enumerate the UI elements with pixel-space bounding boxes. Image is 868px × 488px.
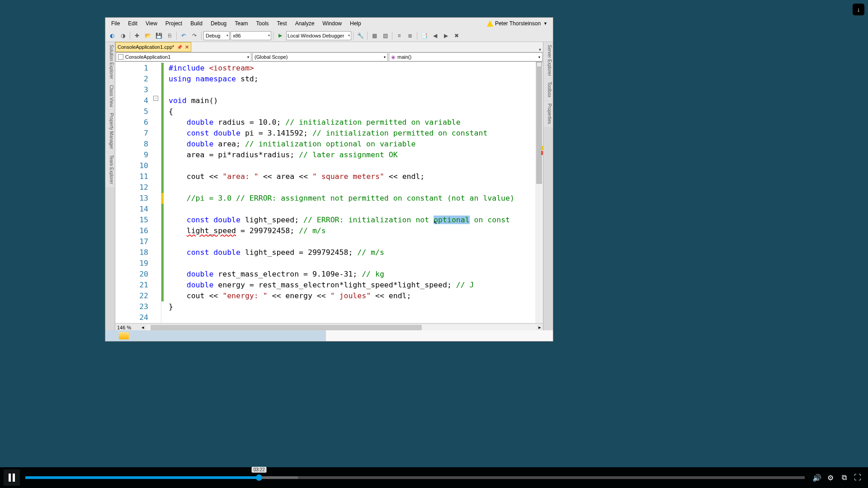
fullscreen-button[interactable] [852, 472, 863, 483]
download-badge[interactable]: ↓ [853, 4, 864, 15]
bookmark-clear[interactable]: ✖ [452, 31, 462, 41]
taskbar-right [326, 330, 553, 341]
save-all-button[interactable]: ⎘ [165, 31, 175, 41]
menu-item-edit[interactable]: Edit [124, 19, 142, 28]
hscroll-right[interactable]: ▸ [538, 324, 541, 330]
config-combo[interactable]: Debug [203, 31, 230, 40]
project-icon [118, 54, 123, 60]
platform-combo[interactable]: x86 [231, 31, 271, 40]
play-progress [25, 476, 259, 479]
volume-button[interactable] [811, 472, 823, 483]
tool-btn-2[interactable]: ▦ [369, 31, 379, 41]
file-tab[interactable]: ConsoleApplication1.cpp* 📌 ✕ [115, 42, 191, 52]
folder-icon[interactable] [119, 332, 129, 339]
hscroll-left[interactable]: ◂ [142, 324, 144, 330]
debugger-combo[interactable]: Local Windows Debugger [286, 31, 351, 40]
back-button[interactable]: ◐ [107, 31, 117, 41]
os-taskbar [105, 330, 553, 341]
menu-item-analyze[interactable]: Analyze [291, 19, 319, 28]
bookmark-prev[interactable]: ◀ [430, 31, 440, 41]
video-player-bar: 03:22 [0, 467, 868, 488]
method-icon: ◉ [391, 54, 396, 60]
menu-item-tools[interactable]: Tools [252, 19, 273, 28]
rail-class-view[interactable]: Class View [105, 82, 115, 110]
error-squiggle: light_speed [187, 226, 236, 235]
code-content[interactable]: #include <iostream> using namespace std;… [161, 62, 535, 323]
scroll-thumb[interactable] [536, 66, 542, 184]
menu-item-help[interactable]: Help [346, 19, 365, 28]
user-name: Peter Thorsteinson [495, 20, 541, 27]
rail-solution-explorer[interactable]: Solution Explorer [105, 42, 115, 82]
scope-combo[interactable]: (Global Scope) [252, 52, 388, 61]
seek-bar[interactable]: 03:22 [25, 476, 805, 479]
menu-item-team[interactable]: Team [231, 19, 252, 28]
forward-button[interactable]: ◑ [118, 31, 128, 41]
play-icon: ▶ [275, 31, 285, 41]
horizontal-scrollbar[interactable] [146, 324, 537, 331]
taskbar-left[interactable] [105, 330, 326, 341]
indent-button[interactable]: ≣ [405, 31, 415, 41]
open-button[interactable]: 📂 [143, 31, 153, 41]
mouse-cursor: ↖ [434, 216, 437, 227]
rail-properties[interactable]: Properties [543, 101, 553, 127]
menu-item-debug[interactable]: Debug [207, 19, 231, 28]
chevron-down-icon: ▼ [543, 21, 547, 26]
context-bar: ConsoleApplication1 (Global Scope) ◉main… [115, 52, 543, 62]
close-icon[interactable]: ✕ [185, 44, 189, 50]
user-badge[interactable]: Peter Thorsteinson ▼ [487, 20, 551, 27]
rail-property-manager[interactable]: Property Manager [105, 110, 115, 152]
rail-team-explorer[interactable]: Team Explorer [105, 152, 115, 187]
tool-btn-1[interactable]: 🔧 [355, 31, 365, 41]
new-button[interactable]: ✚ [132, 31, 142, 41]
zoom-level[interactable]: 146 % [117, 325, 142, 330]
hscroll-thumb[interactable] [151, 325, 422, 330]
bookmark-next[interactable]: ▶ [441, 31, 451, 41]
rail-toolbox[interactable]: Toolbox [543, 79, 553, 100]
menu-item-view[interactable]: View [142, 19, 161, 28]
undo-button[interactable]: ↶ [179, 31, 189, 41]
file-tab-row: ConsoleApplication1.cpp* 📌 ✕ ▾ [115, 42, 543, 52]
menu-item-test[interactable]: Test [273, 19, 291, 28]
outdent-button[interactable]: ≡ [394, 31, 404, 41]
right-rail: Server Explorer Toolbox Properties [543, 42, 553, 331]
pause-button[interactable] [4, 469, 20, 486]
member-combo[interactable]: ◉main() [389, 52, 542, 61]
code-editor[interactable]: 123456789101112131415161718192021222324 … [115, 62, 543, 323]
toolbar: ◐ ◑ ✚ 📂 💾 ⎘ ↶ ↷ Debug x86 ▶ Local Window… [105, 29, 553, 42]
save-button[interactable]: 💾 [154, 31, 164, 41]
menu-item-window[interactable]: Window [318, 19, 346, 28]
file-dropdown[interactable]: ▾ [539, 47, 541, 52]
vs-window: File Edit View Project Build Debug Team … [105, 17, 553, 342]
menu-bar: File Edit View Project Build Debug Team … [105, 18, 553, 29]
menu-item-build[interactable]: Build [186, 19, 207, 28]
project-combo[interactable]: ConsoleApplication1 [116, 52, 251, 61]
file-tab-label: ConsoleApplication1.cpp* [118, 44, 174, 50]
rail-server-explorer[interactable]: Server Explorer [543, 42, 553, 79]
tool-btn-3[interactable]: ▧ [380, 31, 390, 41]
left-rail: Solution Explorer Class View Property Ma… [105, 42, 115, 331]
menu-item-file[interactable]: File [107, 19, 124, 28]
line-gutter: 123456789101112131415161718192021222324 [115, 62, 161, 323]
warning-icon [487, 20, 493, 27]
settings-button[interactable] [825, 472, 836, 483]
pin-icon[interactable]: 📌 [177, 45, 182, 50]
code-map-marks [541, 145, 543, 155]
time-tooltip: 03:22 [252, 467, 267, 473]
menu-item-project[interactable]: Project [161, 19, 186, 28]
redo-button[interactable]: ↷ [189, 31, 199, 41]
seek-handle[interactable] [256, 474, 262, 481]
pip-button[interactable] [838, 472, 850, 483]
bookmark-button[interactable]: 📑 [419, 31, 429, 41]
vertical-scrollbar[interactable] [535, 62, 543, 323]
collapse-toggle[interactable]: − [153, 96, 158, 101]
pause-icon [9, 474, 15, 482]
text-selection: optional [434, 216, 469, 224]
